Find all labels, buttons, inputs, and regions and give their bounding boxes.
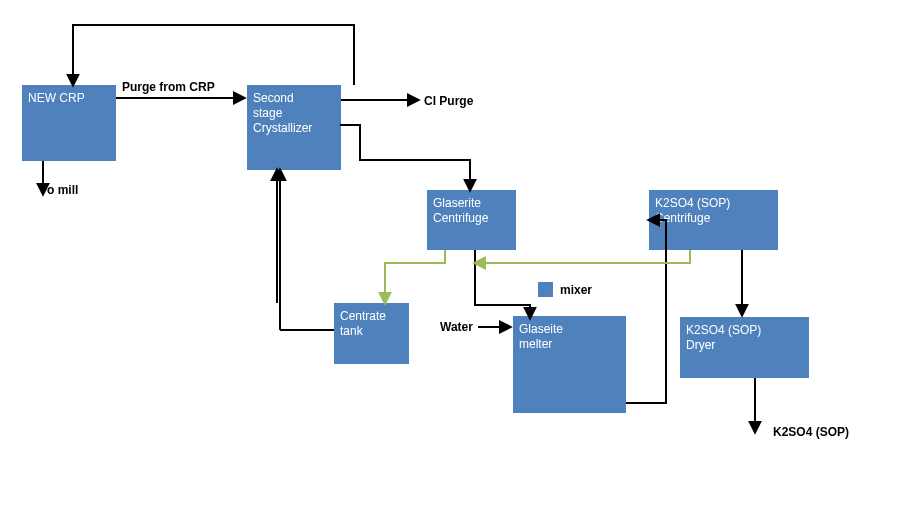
label-purge-from-crp: Purge from CRP — [122, 80, 215, 94]
label-k2so4-sop: K2SO4 (SOP) — [773, 425, 849, 439]
box-sop-centrifuge-l2: Centrifuge — [655, 211, 710, 225]
box-crystallizer-l1: Second — [253, 91, 294, 105]
box-centrate-tank-l2: tank — [340, 324, 363, 338]
label-water: Water — [440, 320, 473, 334]
box-sop-centrifuge-l1: K2SO4 (SOP) — [655, 196, 730, 210]
label-to-mill: o mill — [47, 183, 78, 197]
label-cl-purge: Cl Purge — [424, 94, 473, 108]
box-crystallizer-l3: Crystallizer — [253, 121, 312, 135]
box-sop-dryer: K2SO4 (SOP) Dryer — [680, 317, 809, 378]
box-new-crp-label: NEW CRP — [28, 91, 85, 105]
box-glaseite-melter-l1: Glaseite — [519, 322, 563, 336]
box-crystallizer: Second stage Crystallizer — [247, 85, 341, 170]
box-crystallizer-l2: stage — [253, 106, 282, 120]
box-centrate-tank-l1: Centrate — [340, 309, 386, 323]
box-centrate-tank: Centrate tank — [334, 303, 409, 364]
label-mixer: mixer — [560, 283, 592, 297]
box-new-crp: NEW CRP — [22, 85, 116, 161]
box-glaseite-melter: Glaseite melter — [513, 316, 626, 413]
box-glaserite-centrifuge-l1: Glaserite — [433, 196, 481, 210]
box-glaserite-centrifuge: Glaserite Centrifuge — [427, 190, 516, 250]
box-mixer — [538, 282, 553, 297]
box-glaserite-centrifuge-l2: Centrifuge — [433, 211, 488, 225]
box-sop-centrifuge: K2SO4 (SOP) Centrifuge — [649, 190, 778, 250]
box-sop-dryer-l1: K2SO4 (SOP) — [686, 323, 761, 337]
box-glaseite-melter-l2: melter — [519, 337, 552, 351]
box-sop-dryer-l2: Dryer — [686, 338, 715, 352]
